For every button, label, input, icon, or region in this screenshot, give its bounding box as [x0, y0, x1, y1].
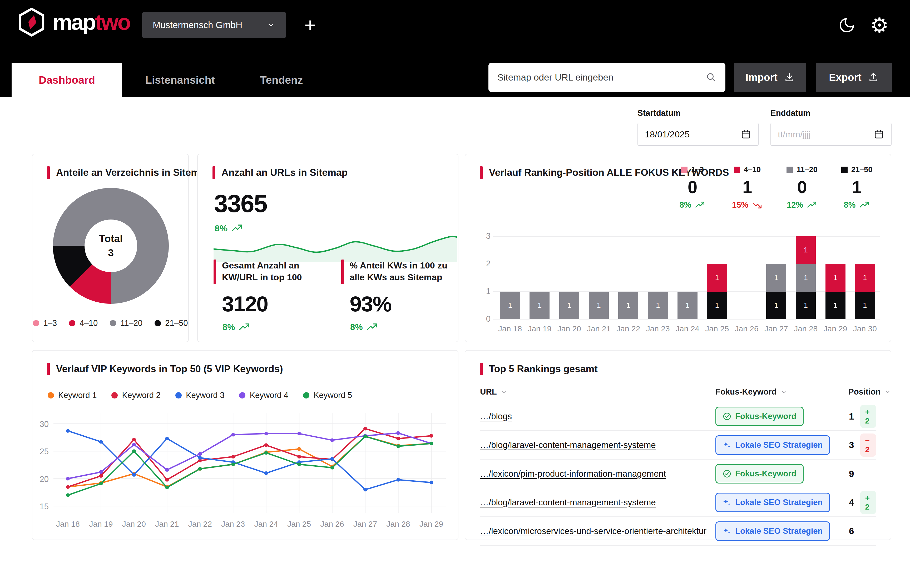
- url-link[interactable]: …/blogs: [480, 411, 715, 422]
- legend-swatch: [734, 166, 740, 173]
- import-button[interactable]: Import: [734, 63, 806, 92]
- vip-line-svg: [53, 413, 446, 513]
- company-select[interactable]: Mustermensch GmbH: [142, 12, 286, 38]
- end-date-placeholder: tt/mm/jjjj: [778, 129, 811, 139]
- company-select-value: Mustermensch GmbH: [153, 20, 242, 30]
- legend-item: Keyword 2: [112, 391, 160, 400]
- legend-swatch: [681, 166, 687, 173]
- search-icon[interactable]: [706, 72, 716, 82]
- legend-item: 21–50: [155, 318, 188, 328]
- check-circle-icon: [723, 469, 732, 478]
- table-header: URL Fokus-Keyword Position: [480, 382, 876, 402]
- end-date-input[interactable]: tt/mm/jjjj: [771, 123, 892, 146]
- position-value: 4: [849, 497, 854, 508]
- vip-line-plot: [53, 413, 446, 513]
- calendar-icon[interactable]: [741, 129, 751, 139]
- import-label: Import: [745, 72, 777, 83]
- legend-item: 4–10: [69, 318, 98, 328]
- keyword-badge: Lokale SEO Strategien: [715, 435, 830, 455]
- trend-up-icon: [239, 323, 251, 331]
- title-accent: [47, 166, 50, 179]
- trend-up-icon: [232, 224, 243, 233]
- legend-item: Keyword 4: [239, 391, 288, 400]
- ranking-bar-plot: 111111111111111111: [495, 233, 880, 320]
- maptwo-logo-icon: [17, 7, 46, 37]
- legend-item: Keyword 5: [303, 391, 352, 400]
- url-link[interactable]: …/lexicon/microservices-und-service-orie…: [480, 526, 715, 536]
- dashboard-screen: maptwo Mustermensch GmbH + ⚙ Import: [0, 0, 910, 588]
- stat-delta: 8%: [844, 200, 870, 210]
- vip-keywords-card: Verlauf VIP Keywords in Top 50 (5 VIP Ke…: [32, 350, 458, 540]
- title-accent: [480, 363, 483, 375]
- keyword-badge: Lokale SEO Strategien: [715, 522, 830, 541]
- column-header-keyword[interactable]: Fokus-Keyword: [715, 387, 834, 397]
- legend-swatch: [841, 166, 848, 173]
- trend-down-icon: [753, 201, 763, 209]
- dark-mode-toggle[interactable]: [836, 15, 857, 36]
- kw-url-stat: Gesamt Anzahl an KW/URL in top 100 3120 …: [213, 260, 327, 332]
- download-icon: [784, 72, 795, 83]
- sort-chevron-icon: [884, 388, 891, 395]
- calendar-icon[interactable]: [874, 129, 884, 139]
- check-circle-icon: [723, 412, 732, 421]
- trend-up-icon: [695, 201, 705, 209]
- url-link[interactable]: …/blog/laravel-content-management-system…: [480, 440, 715, 450]
- legend-dot: [48, 392, 54, 399]
- legend-dot: [175, 392, 182, 399]
- kw-share-stat: % Anteil KWs in 100 zu alle KWs aus Site…: [341, 260, 454, 332]
- vip-line-ylabels: 15202530: [32, 413, 49, 513]
- position-cell: 1 + 2: [834, 402, 876, 430]
- moon-icon: [838, 16, 855, 34]
- table-row: …/blog/laravel-content-management-system…: [480, 488, 876, 517]
- ranking-stat: 4–10 1 15%: [726, 165, 768, 210]
- stat-delta: 8%: [680, 200, 706, 210]
- position-cell: 9: [834, 460, 876, 488]
- top-rankings-card: Top 5 Rankings gesamt URL Fokus-Keyword …: [465, 350, 891, 540]
- table-row: …/blog/laravel-content-management-system…: [480, 431, 876, 460]
- tab-dashboard[interactable]: Dashboard: [11, 63, 122, 97]
- legend-swatch: [787, 166, 793, 173]
- settings-button[interactable]: ⚙: [867, 13, 892, 37]
- donut-center-label: Total 3: [53, 188, 169, 304]
- position-delta: + 2: [860, 405, 876, 428]
- tab-tendenz[interactable]: Tendenz: [238, 63, 325, 97]
- table-row: …/lexicon/microservices-und-service-orie…: [480, 517, 876, 546]
- end-date-label: Enddatum: [771, 108, 892, 118]
- start-date-label: Startdatum: [637, 108, 759, 118]
- url-link[interactable]: …/lexicon/pim-product-information-manage…: [480, 469, 715, 479]
- app-header: maptwo Mustermensch GmbH + ⚙ Import: [0, 0, 910, 97]
- legend-dot: [239, 392, 246, 399]
- legend-dot: [33, 320, 39, 326]
- add-project-button[interactable]: +: [297, 12, 323, 38]
- url-link[interactable]: …/blog/laravel-content-management-system…: [480, 498, 715, 507]
- stat-title: % Anteil KWs in 100 zu alle KWs aus Site…: [350, 260, 448, 284]
- legend-item: 11–20: [110, 318, 142, 328]
- trend-up-icon: [860, 201, 870, 209]
- legend-item: Keyword 3: [175, 391, 224, 400]
- card-title: Top 5 Rankings gesamt: [489, 363, 598, 375]
- stat-value: 1: [852, 177, 862, 197]
- export-label: Export: [829, 72, 862, 83]
- stat-value: 0: [688, 177, 698, 197]
- card-title: Verlauf VIP Keywords in Top 50 (5 VIP Ke…: [56, 363, 283, 375]
- column-header-position[interactable]: Position: [834, 387, 891, 397]
- position-cell: 6: [834, 517, 876, 545]
- logo-text: maptwo: [53, 10, 130, 35]
- search-input[interactable]: [498, 72, 706, 82]
- tab-listenansicht[interactable]: Listenansicht: [122, 63, 238, 97]
- ranking-stat: 1–3 0 8%: [672, 165, 713, 210]
- position-value: 3: [849, 440, 854, 450]
- position-cell: 3 − 2: [834, 431, 876, 459]
- keyword-badge: Lokale SEO Strategien: [715, 493, 830, 512]
- export-button[interactable]: Export: [816, 63, 892, 92]
- rankings-table: URL Fokus-Keyword Position …/blogs Fokus…: [480, 382, 876, 546]
- trend-up-icon: [807, 201, 817, 209]
- ranking-legend: 1–3 0 8% 4–10 1 15% 11–20 0: [672, 165, 878, 210]
- url-sparkline: [213, 233, 457, 262]
- start-date-value: 18/01/2025: [645, 129, 690, 139]
- sort-chevron-icon: [781, 388, 787, 395]
- title-accent: [47, 363, 50, 375]
- start-date-input[interactable]: 18/01/2025: [637, 123, 759, 146]
- column-header-url[interactable]: URL: [480, 387, 715, 397]
- stat-title: Gesamt Anzahl an KW/URL in top 100: [222, 260, 302, 284]
